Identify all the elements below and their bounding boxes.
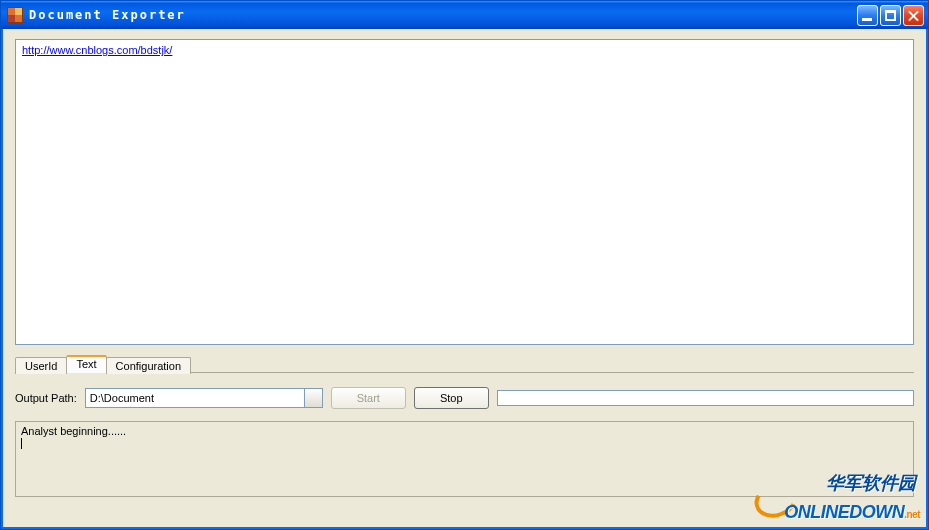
main-window: Document Exporter http://www.cnblogs.com… [0,0,929,530]
output-path-input[interactable] [86,389,304,407]
progress-bar [497,390,914,406]
url-list-box[interactable]: http://www.cnblogs.com/bdstjk/ [15,39,914,345]
watermark-en: ONLINEDOWN.net [784,502,920,523]
log-line: Analyst beginning...... [21,425,126,437]
tab-userid[interactable]: UserId [15,357,67,374]
output-path-label: Output Path: [15,392,77,404]
text-caret [21,438,22,449]
close-button[interactable] [903,5,924,26]
app-icon [7,7,23,23]
minimize-button[interactable] [857,5,878,26]
output-path-combo[interactable] [85,388,323,408]
titlebar[interactable]: Document Exporter [1,1,928,29]
controls-row: Output Path: Start Stop [15,387,914,409]
tab-text[interactable]: Text [66,355,106,373]
tab-strip: UserId Text Configuration [15,353,914,373]
window-title: Document Exporter [29,8,857,22]
window-controls [857,5,924,26]
output-path-dropdown-button[interactable] [304,389,322,407]
start-button[interactable]: Start [331,387,406,409]
stop-button[interactable]: Stop [414,387,489,409]
tab-configuration[interactable]: Configuration [106,357,191,374]
url-link[interactable]: http://www.cnblogs.com/bdstjk/ [22,44,172,56]
log-output[interactable]: Analyst beginning...... [15,421,914,497]
client-area: http://www.cnblogs.com/bdstjk/ UserId Te… [1,29,928,529]
maximize-button[interactable] [880,5,901,26]
